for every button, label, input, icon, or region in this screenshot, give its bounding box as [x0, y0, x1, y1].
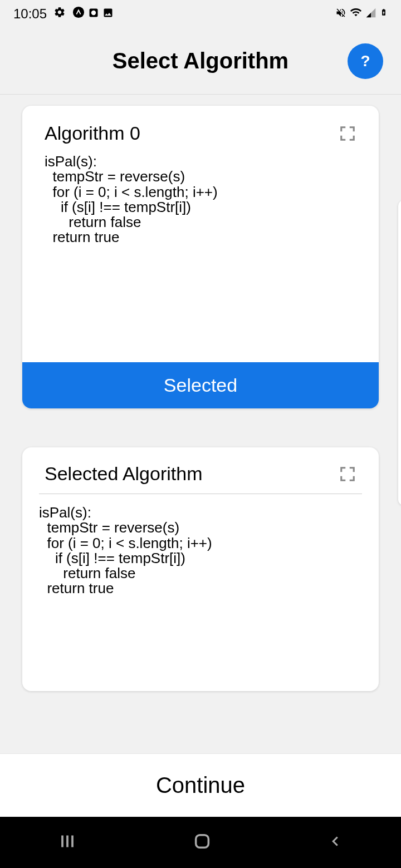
algorithm-card-0-title: Algorithm 0: [45, 122, 140, 144]
page-title: Select Algorithm: [113, 48, 288, 73]
expand-icon[interactable]: [339, 465, 356, 483]
wifi-icon: [350, 6, 362, 22]
status-right: [335, 6, 388, 22]
continue-button[interactable]: Continue: [156, 773, 245, 798]
svg-point-2: [91, 11, 96, 15]
image-icon: [102, 6, 114, 22]
mute-icon: [335, 6, 346, 22]
app-icon-2: [88, 6, 99, 22]
selected-banner[interactable]: Selected: [22, 362, 379, 408]
status-left: 10:05: [13, 6, 114, 22]
help-button[interactable]: ?: [348, 43, 383, 79]
footer: Continue: [0, 753, 401, 817]
algorithm-0-code: isPal(s): tempStr = reverse(s) for (i = …: [45, 154, 356, 245]
svg-point-0: [73, 7, 84, 18]
svg-rect-6: [196, 835, 209, 848]
algorithm-card-0[interactable]: Algorithm 0 isPal(s): tempStr = reverse(…: [22, 106, 379, 408]
help-icon-text: ?: [360, 52, 370, 70]
peek-next-card[interactable]: [398, 200, 401, 505]
status-bar: 10:05: [0, 0, 401, 28]
recents-button[interactable]: [57, 831, 77, 854]
battery-icon: [380, 6, 388, 22]
header: Select Algorithm ?: [0, 28, 401, 95]
selected-algorithm-card: Selected Algorithm isPal(s): tempStr = r…: [22, 447, 379, 691]
expand-icon[interactable]: [339, 125, 356, 142]
signal-icon: [365, 6, 376, 22]
selected-algorithm-title: Selected Algorithm: [45, 463, 203, 485]
content-area: Algorithm 0 isPal(s): tempStr = reverse(…: [0, 95, 401, 753]
app-icon-1: [72, 6, 85, 22]
status-time: 10:05: [13, 6, 47, 22]
selected-algorithm-code: isPal(s): tempStr = reverse(s) for (i = …: [39, 505, 362, 596]
gear-icon: [53, 6, 66, 22]
nav-bar: [0, 817, 401, 868]
back-button[interactable]: [327, 833, 344, 852]
home-button[interactable]: [193, 832, 212, 853]
